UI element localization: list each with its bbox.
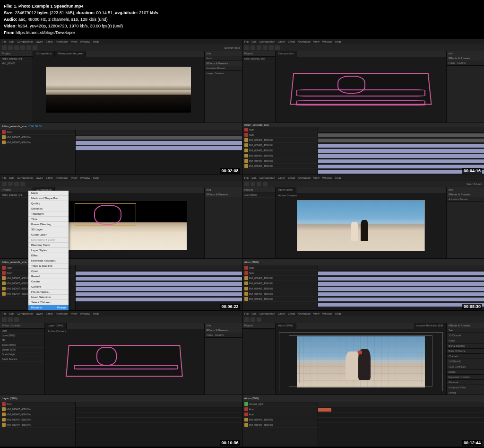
layer-row[interactable]: MVI_080407_4500.0% — [242, 138, 318, 143]
track-area[interactable] — [318, 265, 484, 310]
layer-row[interactable]: MVI_080407_4500.0% — [0, 407, 75, 412]
project-panel[interactable]: Project Allien_extends_ene — [242, 51, 276, 123]
layer-row[interactable]: MVI_080407_4500.0% — [242, 158, 318, 164]
layer-row[interactable]: MVI_080407_4500.0% — [0, 135, 75, 140]
project-panel[interactable]: Project — [242, 323, 276, 395]
ctx-item[interactable]: Switches — [28, 206, 69, 211]
right-panel[interactable]: Info Effects & Presets — [204, 187, 242, 259]
track-area[interactable] — [76, 130, 242, 175]
layer-row[interactable]: MVI_080407_4500.0% — [242, 143, 318, 148]
layer-row[interactable]: MVI_080407_4500.0% — [0, 422, 75, 428]
layer-row[interactable]: Atom — [242, 265, 318, 271]
timeline-panel[interactable]: Allien_extends_ene Atom Atom MVI_080407_… — [242, 123, 484, 175]
ctx-item[interactable]: Frame Blending — [28, 222, 69, 227]
layer-row[interactable]: Atom — [0, 402, 75, 407]
tool-icon[interactable] — [33, 45, 37, 50]
timeline-panel[interactable]: Atom (50%) Camera_light Atom Atom MVI_08… — [242, 395, 484, 447]
ctx-item[interactable]: Time — [28, 217, 69, 222]
layer-row[interactable]: MVI_080407_4500.0% — [242, 148, 318, 153]
ctx-item[interactable]: Blending Mode — [28, 243, 69, 248]
preview-canvas[interactable] — [276, 329, 447, 395]
tool-icon[interactable] — [20, 45, 25, 50]
layer-row[interactable]: Atom — [0, 130, 75, 135]
right-panel[interactable]: Info Audio Effects & Presets Animation P… — [204, 51, 242, 123]
layer-list[interactable]: Camera_light Atom Atom MVI_080407_4500.0… — [242, 402, 318, 447]
project-panel[interactable]: Project Atom (50%) — [242, 187, 276, 259]
track-area[interactable] — [76, 265, 242, 310]
right-panel[interactable]: Info Effects & Presets Image · Creative — [446, 51, 484, 123]
layer-row[interactable]: MVI_080407_4500.0% — [242, 153, 318, 158]
timeline-panel[interactable]: Layer (50%) Atom MVI_080407_4500.0% MVI_… — [0, 395, 242, 447]
right-panel[interactable]: Info Effects & Presets Image · Creative — [204, 323, 242, 395]
layer-row[interactable]: MVI_080407_4500.0% — [0, 140, 75, 145]
ctx-item[interactable]: Pre-compose... — [28, 290, 69, 295]
ctx-item[interactable]: Create — [28, 279, 69, 284]
track-area[interactable] — [76, 402, 242, 447]
right-panel[interactable]: Info Effects & Presets Animation Presets — [446, 187, 484, 259]
ctx-item[interactable]: Camera — [28, 284, 69, 290]
track-area[interactable] — [318, 402, 484, 447]
right-panel[interactable]: Effects & Presets Text 3D Channel Audio … — [446, 323, 484, 395]
tool-icon[interactable] — [26, 45, 31, 50]
preview-canvas[interactable] — [33, 57, 204, 123]
layer-list[interactable]: Atom Atom MVI_080407_4500.0% MVI_080407_… — [242, 265, 318, 310]
layer-row[interactable]: Atom — [242, 412, 318, 417]
layer-row[interactable]: MVI_080407_4500.0% — [242, 417, 318, 422]
composition-viewer[interactable]: Layer (50%) Active Camera — [45, 323, 204, 395]
tool-icon[interactable] — [14, 45, 19, 50]
layer-row[interactable]: MVI_080407_4500.0% — [242, 297, 318, 302]
effect-controls-panel[interactable]: Effect Controls Light Layer (50%) 3D Sce… — [0, 323, 45, 395]
ctx-item[interactable]: Quality — [28, 201, 69, 206]
ctx-item[interactable]: Effect — [28, 253, 69, 258]
preview-canvas[interactable]: Active Camera — [45, 329, 204, 395]
layer-row[interactable]: MVI_080407_4500.0% — [242, 276, 318, 281]
preview-canvas[interactable] — [276, 57, 447, 123]
menubar[interactable]: FileEditCompositionLayerEffectAnimationV… — [242, 39, 484, 44]
layer-row[interactable]: MVI_080407_4500.0% — [242, 164, 318, 169]
layer-row[interactable]: Atom — [242, 127, 318, 132]
toolbar[interactable] — [242, 44, 484, 51]
layer-list[interactable]: Atom MVI_080407_4500.0% MVI_080407_4500.… — [0, 402, 76, 447]
timeline-panel[interactable]: Atom (50%) Atom Atom MVI_080407_4500.0% … — [242, 258, 484, 310]
layer-row[interactable]: MVI_080407_4500.0% — [242, 422, 318, 428]
layer-row[interactable]: MVI_080407_4500.0% — [242, 291, 318, 297]
menubar[interactable]: FileEditCompositionLayerEffectAnimationV… — [0, 175, 242, 181]
search-help[interactable]: Search Help — [224, 46, 240, 49]
ctx-item-rename[interactable]: RenameReturn — [28, 305, 69, 310]
layer-row[interactable]: Atom — [242, 132, 318, 138]
layer-row[interactable]: MVI_080407_4500.0% — [242, 281, 318, 286]
menubar[interactable]: FileEditCompositionLayerEffectAnimationV… — [0, 39, 242, 44]
composition-viewer[interactable]: CompositionAllien_extends_ene — [33, 51, 204, 123]
ctx-item[interactable]: Layer Styles — [28, 248, 69, 253]
ctx-item[interactable]: Mask — [28, 191, 69, 196]
timeline-panel[interactable]: Allien_extends_ene0:00:00:00 Atom MVI_08… — [0, 123, 242, 175]
ctx-item[interactable]: Reveal — [28, 274, 69, 279]
layer-row[interactable]: MVI_080407_4500.0% — [0, 412, 75, 417]
context-menu[interactable]: Mask Mask and Shape Path Quality Switche… — [28, 191, 69, 310]
ctx-item[interactable]: Track & Stabilize — [28, 264, 69, 269]
layer-list[interactable]: Atom MVI_080407_4500.0% MVI_080407_4500.… — [0, 130, 76, 175]
toolbar[interactable] — [0, 181, 242, 187]
ctx-item[interactable]: Open — [28, 269, 69, 274]
layer-row[interactable]: MVI_080407_4500.0% — [242, 286, 318, 291]
composition-viewer[interactable]: Atom (50%) Active Camera — [276, 187, 447, 259]
track-area[interactable] — [318, 127, 484, 175]
menubar[interactable]: FileEditCompositionLayerEffectAnimationV… — [0, 311, 242, 316]
composition-viewer[interactable]: Atom (50%)Adaptive Resolution (1/8) — [276, 323, 447, 395]
ctx-item[interactable]: Mask and Shape Path — [28, 196, 69, 201]
tool-icon[interactable] — [2, 45, 7, 50]
ctx-item[interactable]: Select Children — [28, 300, 69, 305]
layer-list[interactable]: Atom Atom MVI_080407_4500.0% MVI_080407_… — [242, 127, 318, 175]
toolbar[interactable] — [0, 316, 242, 323]
layer-row[interactable]: Camera_light — [242, 402, 318, 407]
layer-row[interactable]: Atom — [242, 407, 318, 412]
tool-icon[interactable] — [8, 45, 13, 50]
preview-canvas[interactable]: Active Camera — [276, 193, 447, 259]
project-panel[interactable]: Project Allien_extends_ene MVI_080407 — [0, 51, 33, 123]
ctx-item[interactable]: Keyframe Assistant — [28, 258, 69, 264]
ctx-item[interactable]: Transform — [28, 211, 69, 217]
ctx-item[interactable]: Guide Layer — [28, 232, 69, 237]
composition-viewer[interactable]: Composition — [276, 51, 447, 123]
toolbar[interactable]: Search Help — [242, 181, 484, 187]
toolbar[interactable]: Search Help — [0, 44, 242, 51]
